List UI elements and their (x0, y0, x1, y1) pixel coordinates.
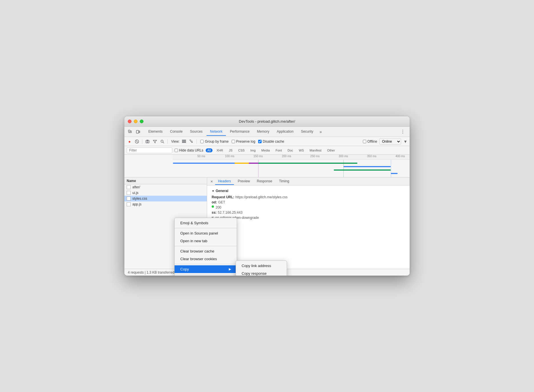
filter-type-media[interactable]: Media (260, 148, 272, 152)
group-by-frame-label: Group by frame (205, 140, 228, 144)
tab-preview[interactable]: Preview (235, 178, 253, 185)
network-item-name-stylescss: styles.css (132, 197, 147, 201)
svg-rect-5 (139, 131, 140, 133)
tab-response[interactable]: Response (254, 178, 275, 185)
network-item-appjs[interactable]: app.js (124, 201, 207, 207)
svg-rect-0 (128, 130, 130, 132)
tab-timing[interactable]: Timing (276, 178, 292, 185)
response-headers-section: ▼ ers (212, 223, 405, 227)
header-referrer-policy: r: no-referrer-when-downgrade (212, 216, 405, 220)
tab-console[interactable]: Console (167, 128, 186, 136)
network-item-name-uijs: ui.js (132, 191, 138, 195)
tab-left-icons (127, 128, 141, 135)
svg-point-11 (161, 140, 163, 142)
tick-200ms: 200 ms (282, 155, 291, 158)
toolbar-sep-3 (197, 139, 197, 144)
network-item-uijs[interactable]: ui.js (124, 190, 207, 196)
clear-button[interactable] (134, 139, 140, 144)
device-toolbar-icon[interactable] (135, 128, 141, 135)
tab-performance[interactable]: Performance (226, 128, 253, 136)
network-toolbar: ● (124, 137, 410, 146)
search-button[interactable] (159, 139, 165, 144)
toolbar-right: Offline Online Fast 3G Slow 3G Offline ▼ (362, 138, 407, 145)
network-item-after[interactable]: after/ (124, 184, 207, 190)
close-panel-button[interactable]: × (209, 179, 214, 184)
toolbar-sep-1 (142, 139, 142, 144)
record-button[interactable]: ● (127, 139, 132, 144)
filter-type-other[interactable]: Other (325, 148, 337, 152)
filter-type-doc[interactable]: Doc (286, 148, 295, 152)
tl-divider-2 (343, 160, 344, 177)
remote-address-val: 52.7.166.25:443 (218, 211, 242, 215)
tab-sources[interactable]: Sources (187, 128, 206, 136)
tab-network[interactable]: Network (207, 128, 226, 136)
maximize-button[interactable] (140, 120, 143, 123)
close-button[interactable] (128, 120, 132, 123)
filter-type-img[interactable]: Img (249, 148, 257, 152)
tab-security[interactable]: Security (298, 128, 317, 136)
svg-line-7 (136, 141, 138, 142)
tl-divider-3 (391, 160, 391, 177)
filter-button[interactable] (152, 139, 158, 144)
headers-tab-bar: × Headers Preview Response Timing (207, 177, 410, 185)
svg-line-12 (163, 142, 164, 143)
request-url-val: https://preload.glitch.me/styles.css (235, 195, 288, 199)
svg-rect-15 (182, 142, 186, 143)
tick-300ms: 300 ms (339, 155, 348, 158)
hide-data-urls-group: Hide data URLs (175, 148, 203, 152)
title-bar: DevTools - preload.glitch.me/after/ (124, 116, 410, 127)
network-item-stylescss[interactable]: styles.css (124, 196, 207, 201)
network-timeline: 50 ms 100 ms 150 ms 200 ms 250 ms 300 ms… (124, 155, 410, 177)
tab-memory[interactable]: Memory (254, 128, 273, 136)
remote-address-key: ss: (212, 211, 217, 215)
tab-headers[interactable]: Headers (215, 178, 234, 185)
filter-type-font[interactable]: Font (274, 148, 284, 152)
filter-input[interactable] (127, 147, 172, 153)
disable-cache-checkbox[interactable] (258, 140, 262, 143)
minimize-button[interactable] (134, 120, 137, 123)
filter-type-js[interactable]: JS (227, 148, 234, 152)
panel-tabs: Elements Console Sources Network Perform… (145, 128, 398, 136)
hide-data-urls-checkbox[interactable] (175, 149, 178, 152)
tab-application[interactable]: Application (273, 128, 297, 136)
tab-elements[interactable]: Elements (145, 128, 166, 136)
referrer-policy-key: r: (212, 216, 214, 220)
devtools-tab-bar: Elements Console Sources Network Perform… (124, 127, 410, 137)
devtools-window: DevTools - preload.glitch.me/after/ (124, 116, 410, 276)
view-waterfall-icon[interactable] (189, 139, 194, 144)
general-section-arrow: ▼ (212, 189, 215, 193)
kebab-menu-button[interactable]: ⋮ (398, 128, 407, 136)
main-content: Name after/ ui.js styles.css (124, 177, 410, 269)
group-by-frame-checkbox[interactable] (200, 140, 204, 143)
tl-bar-1 (173, 163, 239, 164)
headers-content: ▼ General Request URL: https://preload.g… (207, 185, 410, 233)
request-url-key: Request URL: (212, 195, 234, 199)
preserve-log-checkbox[interactable] (232, 140, 235, 143)
throttle-select[interactable]: Online Fast 3G Slow 3G Offline (379, 138, 401, 145)
header-request-method: od: GET (212, 200, 405, 204)
response-headers-title: ▼ ers (212, 223, 405, 227)
filter-type-ws[interactable]: WS (297, 148, 306, 152)
view-list-icon[interactable] (181, 139, 187, 144)
status-bar-text: 4 requests | 1.3 KB transferred (128, 270, 174, 274)
status-dot (212, 205, 214, 208)
group-by-frame-group: Group by frame (200, 140, 228, 144)
timeline-bars (173, 160, 410, 177)
inspect-icon[interactable] (127, 128, 134, 135)
more-tabs-button[interactable]: » (317, 128, 324, 135)
filter-type-manifest[interactable]: Manifest (308, 148, 323, 152)
timeline-ruler: 50 ms 100 ms 150 ms 200 ms 250 ms 300 ms… (173, 155, 410, 160)
resp-headers-arrow: ▼ (212, 224, 215, 227)
throttle-arrow-icon[interactable]: ▼ (403, 139, 407, 144)
window-title: DevTools - preload.glitch.me/after/ (239, 119, 295, 124)
header-request-url: Request URL: https://preload.glitch.me/s… (212, 195, 405, 199)
svg-rect-13 (182, 140, 186, 141)
tick-100ms: 100 ms (225, 155, 234, 158)
offline-checkbox[interactable] (363, 140, 366, 143)
filter-type-css[interactable]: CSS (236, 148, 246, 152)
filter-type-xhr[interactable]: XHR (215, 148, 225, 152)
filter-type-all[interactable]: All (206, 148, 213, 152)
tl-bar-6 (334, 169, 391, 171)
screenshot-button[interactable] (145, 139, 150, 144)
file-icon-uijs (127, 191, 131, 195)
